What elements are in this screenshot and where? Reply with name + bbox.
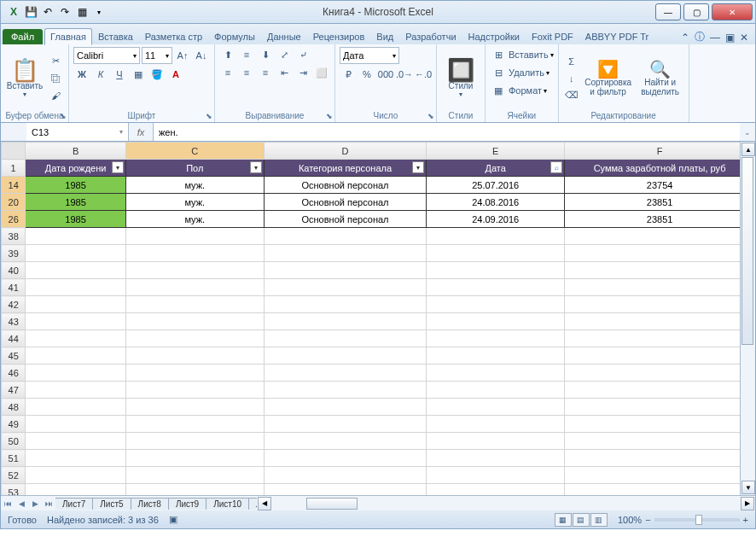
cell[interactable]: 24.09.2016 xyxy=(427,211,565,228)
cell[interactable] xyxy=(565,228,755,245)
cell[interactable]: Основной персонал xyxy=(264,194,426,211)
zoom-in-icon[interactable]: + xyxy=(743,515,748,525)
find-select-button[interactable]: 🔍 Найти и выделить xyxy=(637,47,684,109)
row-header[interactable]: 44 xyxy=(2,330,26,347)
expand-formula-icon[interactable]: ⌄ xyxy=(740,128,755,137)
row-header[interactable]: 14 xyxy=(2,177,26,194)
cell[interactable]: 24.08.2016 xyxy=(427,194,565,211)
paste-button[interactable]: 📋 Вставить ▾ xyxy=(5,47,44,109)
close-button[interactable]: ✕ xyxy=(712,3,753,20)
cell[interactable] xyxy=(125,279,264,296)
col-header-f[interactable]: F xyxy=(565,143,755,160)
row-header[interactable]: 38 xyxy=(2,228,26,245)
macro-record-icon[interactable]: ▣ xyxy=(169,514,177,525)
cell[interactable] xyxy=(26,279,125,296)
sheet-tab[interactable]: Лист8 xyxy=(131,498,169,510)
filter-icon[interactable]: ▾ xyxy=(412,161,424,173)
cell[interactable] xyxy=(565,364,755,382)
cell[interactable]: Основной персонал xyxy=(264,211,426,228)
font-size-combo[interactable]: 11▾ xyxy=(142,47,172,64)
minimize-ribbon-icon[interactable]: ⌃ xyxy=(681,32,689,44)
cell[interactable] xyxy=(264,330,426,347)
tab-view[interactable]: Вид xyxy=(370,28,399,44)
row-header[interactable]: 49 xyxy=(2,416,26,433)
percent-icon[interactable]: % xyxy=(358,67,375,82)
minimize-button[interactable]: — xyxy=(655,3,681,20)
sheet-tab[interactable]: Лист11 xyxy=(248,498,257,510)
grid-table[interactable]: B C D E F 1 Дата рождени▾ Пол▾ Категория… xyxy=(1,142,755,510)
cell[interactable] xyxy=(427,279,565,296)
dialog-launcher-icon[interactable]: ⬊ xyxy=(206,112,212,120)
align-center-icon[interactable]: ≡ xyxy=(238,65,255,80)
insert-icon[interactable]: ⊞ xyxy=(490,47,507,62)
cell[interactable] xyxy=(264,245,426,262)
save-icon[interactable]: 💾 xyxy=(23,4,38,20)
cell[interactable] xyxy=(427,433,565,450)
col-header-e[interactable]: E xyxy=(427,143,565,160)
scroll-left-icon[interactable]: ◀ xyxy=(258,497,271,510)
row-header[interactable]: 45 xyxy=(2,347,26,364)
row-header[interactable]: 47 xyxy=(2,382,26,399)
cell[interactable] xyxy=(427,296,565,313)
tab-home[interactable]: Главная xyxy=(44,28,92,45)
align-middle-icon[interactable]: ≡ xyxy=(238,47,255,62)
cell[interactable] xyxy=(427,313,565,330)
scroll-up-icon[interactable]: ▲ xyxy=(741,143,755,156)
qat-item-icon[interactable]: ▦ xyxy=(74,4,90,20)
cell[interactable] xyxy=(125,313,264,330)
cell[interactable] xyxy=(565,347,755,364)
sheet-tab[interactable]: Лист7 xyxy=(55,498,93,510)
styles-button[interactable]: 🔲 Стили ▾ xyxy=(441,47,480,109)
accounting-icon[interactable]: ₽ xyxy=(340,67,357,82)
cell[interactable] xyxy=(427,450,565,467)
row-header[interactable]: 50 xyxy=(2,433,26,450)
row-header[interactable]: 42 xyxy=(2,296,26,313)
cell[interactable] xyxy=(26,228,125,245)
sheet-next-icon[interactable]: ▶ xyxy=(28,499,42,508)
cell[interactable]: 1985 xyxy=(26,177,125,194)
cell[interactable] xyxy=(264,279,426,296)
sheet-last-icon[interactable]: ⏭ xyxy=(42,499,55,508)
scroll-thumb[interactable] xyxy=(741,157,753,345)
italic-icon[interactable]: К xyxy=(92,67,109,82)
cell[interactable] xyxy=(264,416,426,433)
cell[interactable] xyxy=(26,364,125,382)
cell[interactable] xyxy=(427,399,565,416)
font-name-combo[interactable]: Calibri▾ xyxy=(73,47,140,64)
sheet-tab[interactable]: Лист5 xyxy=(92,498,131,510)
tab-file[interactable]: Файл xyxy=(3,29,43,44)
cell[interactable] xyxy=(125,245,264,262)
filter-icon[interactable]: ▾ xyxy=(250,161,262,173)
row-header[interactable]: 51 xyxy=(2,450,26,467)
cell[interactable] xyxy=(264,433,426,450)
cell[interactable] xyxy=(26,433,125,450)
merge-icon[interactable]: ⬜ xyxy=(313,65,330,80)
redo-icon[interactable]: ↷ xyxy=(57,4,73,20)
cell[interactable] xyxy=(565,262,755,279)
cell[interactable] xyxy=(427,467,565,484)
cell[interactable] xyxy=(264,382,426,399)
cell[interactable] xyxy=(427,347,565,364)
cell[interactable] xyxy=(26,416,125,433)
cell[interactable] xyxy=(264,313,426,330)
bold-icon[interactable]: Ж xyxy=(73,67,90,82)
row-header[interactable]: 26 xyxy=(2,211,26,228)
fx-icon[interactable]: fx xyxy=(129,127,153,137)
cell[interactable] xyxy=(565,399,755,416)
row-header[interactable]: 39 xyxy=(2,245,26,262)
cell[interactable] xyxy=(427,228,565,245)
filter-icon[interactable]: ▾ xyxy=(112,161,124,173)
cell[interactable] xyxy=(26,330,125,347)
tab-formulas[interactable]: Формулы xyxy=(208,28,261,44)
align-bottom-icon[interactable]: ⬇ xyxy=(257,47,274,62)
cell[interactable] xyxy=(125,330,264,347)
font-color-icon[interactable]: A xyxy=(167,67,184,82)
dec-decimal-icon[interactable]: ←.0 xyxy=(415,67,432,82)
format-label[interactable]: Формат xyxy=(509,85,542,96)
col-header-b[interactable]: B xyxy=(26,143,125,160)
sort-filter-button[interactable]: 🔽 Сортировка и фильтр xyxy=(583,47,634,109)
cell[interactable]: 25.07.2016 xyxy=(427,177,565,194)
cell[interactable] xyxy=(427,416,565,433)
cell[interactable] xyxy=(26,296,125,313)
tab-abbyy[interactable]: ABBYY PDF Tr xyxy=(579,28,654,44)
